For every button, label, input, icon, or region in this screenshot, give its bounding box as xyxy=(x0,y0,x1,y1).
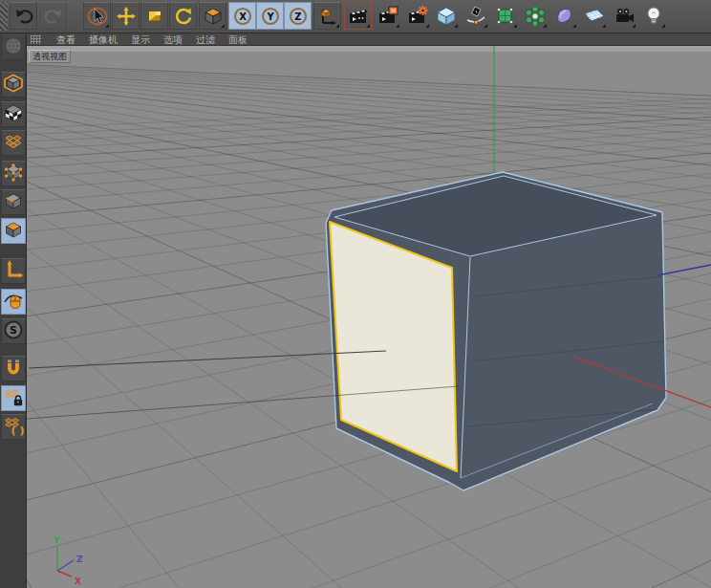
points-mode-icon xyxy=(3,162,24,186)
camera-icon xyxy=(613,5,636,28)
deformer-button[interactable] xyxy=(550,2,578,30)
viewport-canvas[interactable]: Y Z X xyxy=(27,46,711,588)
tweak-mode-button[interactable] xyxy=(1,289,26,315)
render-settings-icon xyxy=(406,5,429,28)
world-z-axis-line xyxy=(657,265,711,275)
add-cube-button[interactable] xyxy=(432,2,460,30)
light-button[interactable] xyxy=(639,2,667,30)
gizmo-y-label: Y xyxy=(53,535,60,545)
horizon-strip xyxy=(27,46,711,52)
enable-axis-icon xyxy=(3,259,24,284)
application-window: { "toolbar": { "axis_lock": ["X", "Y", "… xyxy=(0,0,711,588)
snap-icon: S xyxy=(3,319,24,344)
svg-text:Z: Z xyxy=(294,11,301,22)
move-icon xyxy=(116,6,137,27)
workplane-lock-button[interactable] xyxy=(1,385,26,411)
texture-mode-button[interactable] xyxy=(1,101,26,127)
top-toolbar: X Y Z xyxy=(0,0,711,33)
gizmo-z-label: Z xyxy=(76,555,83,564)
menu-options[interactable]: 选项 xyxy=(163,33,183,46)
array-button[interactable] xyxy=(521,2,549,30)
undo-icon xyxy=(13,6,34,27)
rotate-icon xyxy=(173,6,194,27)
live-selection-button[interactable] xyxy=(83,2,111,30)
render-picture-viewer-button[interactable] xyxy=(374,2,401,30)
texture-mode-icon xyxy=(3,102,24,127)
model-mode-icon xyxy=(3,73,24,98)
menu-filter[interactable]: 过滤 xyxy=(196,33,215,46)
floor-button[interactable] xyxy=(580,2,608,30)
redo-icon xyxy=(43,6,64,27)
array-icon xyxy=(524,5,547,28)
axis-z-toggle[interactable]: Z xyxy=(284,2,312,30)
render-view-icon xyxy=(347,5,370,28)
workplane-mode-icon xyxy=(3,131,24,156)
viewport-label: 透视视图 xyxy=(29,50,71,63)
svg-text:( ): ( ) xyxy=(11,425,24,436)
tweak-mode-icon xyxy=(3,290,24,315)
recent-tool-button[interactable] xyxy=(199,2,226,30)
svg-text:Y: Y xyxy=(266,11,274,22)
render-view-button[interactable] xyxy=(344,2,372,30)
subdivision-surface-icon xyxy=(494,5,517,28)
deformer-icon xyxy=(553,5,576,28)
undo-button[interactable] xyxy=(10,2,37,30)
edges-mode-icon xyxy=(3,190,24,215)
render-settings-button[interactable] xyxy=(403,2,431,30)
move-tool-button[interactable] xyxy=(112,2,140,30)
render-picture-viewer-icon xyxy=(377,5,399,28)
scale-icon xyxy=(144,6,165,27)
floor-icon xyxy=(583,5,606,28)
polygons-mode-button[interactable] xyxy=(1,218,26,244)
add-cube-icon xyxy=(435,5,458,28)
viewport-menubar: 查看 摄像机 显示 选项 过滤 面板 xyxy=(27,33,711,46)
make-editable-button[interactable] xyxy=(1,34,26,60)
enable-axis-button[interactable] xyxy=(1,258,26,284)
light-icon xyxy=(642,5,665,28)
axis-x-toggle[interactable]: X xyxy=(228,2,256,30)
toolbar-grip[interactable] xyxy=(0,2,8,31)
perspective-viewport[interactable]: 透视视图 xyxy=(27,46,711,588)
make-editable-icon xyxy=(3,35,24,60)
svg-text:X: X xyxy=(239,11,247,22)
coordinate-system-button[interactable] xyxy=(313,2,341,30)
scale-tool-button[interactable] xyxy=(140,2,168,30)
workplane-align-button[interactable]: ( ) xyxy=(1,414,26,440)
points-mode-button[interactable] xyxy=(1,161,26,186)
snap-button[interactable]: S xyxy=(1,318,26,344)
coordinate-system-icon xyxy=(317,6,338,27)
gizmo-x-label: X xyxy=(75,577,81,586)
polygons-mode-icon xyxy=(3,219,24,244)
magnet-button[interactable] xyxy=(1,356,26,381)
menu-view[interactable]: 查看 xyxy=(56,33,75,46)
workplane-mode-button[interactable] xyxy=(1,130,26,156)
mode-sidebar: S ( ) xyxy=(0,33,27,588)
workplane-align-icon: ( ) xyxy=(3,415,24,440)
edges-mode-button[interactable] xyxy=(1,189,26,215)
rotate-tool-button[interactable] xyxy=(169,2,197,30)
camera-button[interactable] xyxy=(610,2,637,30)
workplane-lock-icon xyxy=(3,386,24,411)
redo-button[interactable] xyxy=(39,2,67,30)
recent-tool-cube-icon xyxy=(203,6,224,27)
spline-pen-icon xyxy=(464,5,487,28)
axis-y-toggle[interactable]: Y xyxy=(256,2,284,30)
menu-camera[interactable]: 摄像机 xyxy=(89,33,118,46)
subdivision-surface-button[interactable] xyxy=(491,2,519,30)
svg-text:S: S xyxy=(10,324,17,337)
spline-pen-button[interactable] xyxy=(462,2,489,30)
menubar-grip[interactable] xyxy=(31,35,41,44)
model-mode-button[interactable] xyxy=(1,72,26,98)
cube-object[interactable] xyxy=(326,172,666,490)
menu-panel[interactable]: 面板 xyxy=(228,33,248,46)
live-selection-icon xyxy=(87,6,108,27)
magnet-icon xyxy=(3,357,24,381)
menu-display[interactable]: 显示 xyxy=(131,33,150,46)
